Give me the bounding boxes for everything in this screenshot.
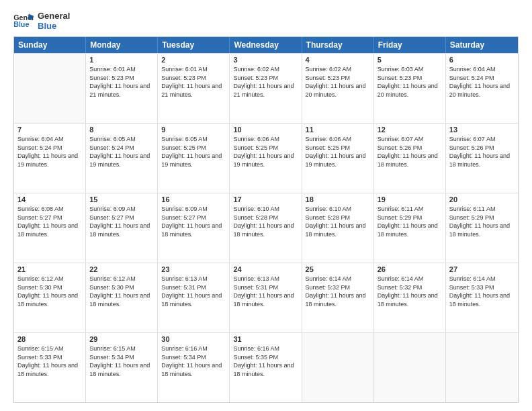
cell-info: Sunrise: 6:01 AMSunset: 5:23 PMDaylight:…	[161, 65, 226, 99]
cell-date: 17	[233, 195, 298, 203]
cell-info: Sunrise: 6:06 AMSunset: 5:25 PMDaylight:…	[233, 135, 298, 169]
calendar-cell-2: 2Sunrise: 6:01 AMSunset: 5:23 PMDaylight…	[158, 54, 230, 123]
cell-info: Sunrise: 6:09 AMSunset: 5:27 PMDaylight:…	[161, 205, 226, 238]
cell-info: Sunrise: 6:10 AMSunset: 5:28 PMDaylight:…	[306, 205, 370, 238]
cell-date: 1	[89, 56, 154, 64]
cell-date: 12	[378, 126, 442, 134]
cell-date: 23	[161, 265, 226, 273]
cell-info: Sunrise: 6:16 AMSunset: 5:34 PMDaylight:…	[161, 345, 226, 378]
cell-date: 4	[306, 56, 370, 64]
logo: General Blue General Blue	[13, 11, 70, 31]
calendar-cell-21: 21Sunrise: 6:12 AMSunset: 5:30 PMDayligh…	[14, 263, 86, 332]
cell-date: 30	[161, 335, 226, 343]
cell-date: 18	[306, 195, 370, 203]
cell-info: Sunrise: 6:10 AMSunset: 5:28 PMDaylight:…	[233, 205, 298, 238]
calendar-cell-9: 9Sunrise: 6:05 AMSunset: 5:25 PMDaylight…	[158, 124, 230, 193]
day-header-thursday: Thursday	[302, 37, 374, 53]
calendar-cell-4: 4Sunrise: 6:02 AMSunset: 5:23 PMDaylight…	[302, 54, 374, 123]
day-header-tuesday: Tuesday	[158, 37, 230, 53]
cell-info: Sunrise: 6:16 AMSunset: 5:35 PMDaylight:…	[233, 345, 298, 378]
cell-info: Sunrise: 6:04 AMSunset: 5:24 PMDaylight:…	[17, 135, 82, 169]
calendar-row-3: 21Sunrise: 6:12 AMSunset: 5:30 PMDayligh…	[14, 263, 518, 332]
calendar-cell-19: 19Sunrise: 6:11 AMSunset: 5:29 PMDayligh…	[374, 193, 446, 263]
cell-date: 27	[449, 265, 515, 273]
cell-info: Sunrise: 6:09 AMSunset: 5:27 PMDaylight:…	[89, 205, 154, 238]
cell-date: 3	[233, 56, 298, 64]
cell-date: 14	[17, 195, 82, 203]
calendar-row-4: 28Sunrise: 6:15 AMSunset: 5:33 PMDayligh…	[14, 332, 518, 402]
cell-date: 8	[89, 126, 154, 134]
calendar-cell-16: 16Sunrise: 6:09 AMSunset: 5:27 PMDayligh…	[158, 193, 230, 263]
calendar-cell-22: 22Sunrise: 6:12 AMSunset: 5:30 PMDayligh…	[86, 263, 158, 332]
cell-date: 9	[161, 126, 226, 134]
calendar-cell-empty	[14, 54, 86, 123]
cell-date: 22	[89, 265, 154, 273]
cell-info: Sunrise: 6:13 AMSunset: 5:31 PMDaylight:…	[161, 275, 226, 308]
calendar: SundayMondayTuesdayWednesdayThursdayFrid…	[13, 36, 519, 403]
calendar-cell-8: 8Sunrise: 6:05 AMSunset: 5:24 PMDaylight…	[86, 124, 158, 193]
calendar-cell-10: 10Sunrise: 6:06 AMSunset: 5:25 PMDayligh…	[230, 124, 302, 193]
cell-date: 7	[17, 126, 82, 134]
cell-info: Sunrise: 6:15 AMSunset: 5:34 PMDaylight:…	[89, 345, 154, 378]
calendar-cell-empty	[446, 333, 518, 402]
calendar-cell-6: 6Sunrise: 6:04 AMSunset: 5:24 PMDaylight…	[446, 54, 518, 123]
calendar-cell-26: 26Sunrise: 6:14 AMSunset: 5:32 PMDayligh…	[374, 263, 446, 332]
cell-info: Sunrise: 6:08 AMSunset: 5:27 PMDaylight:…	[17, 205, 82, 238]
day-header-wednesday: Wednesday	[230, 37, 302, 53]
calendar-row-2: 14Sunrise: 6:08 AMSunset: 5:27 PMDayligh…	[14, 193, 518, 263]
calendar-cell-12: 12Sunrise: 6:07 AMSunset: 5:26 PMDayligh…	[374, 124, 446, 193]
calendar-cell-13: 13Sunrise: 6:07 AMSunset: 5:26 PMDayligh…	[446, 124, 518, 193]
calendar-row-0: 1Sunrise: 6:01 AMSunset: 5:23 PMDaylight…	[14, 53, 518, 123]
cell-date: 26	[378, 265, 442, 273]
calendar-cell-empty	[302, 333, 374, 402]
calendar-cell-5: 5Sunrise: 6:03 AMSunset: 5:23 PMDaylight…	[374, 54, 446, 123]
cell-date: 19	[378, 195, 442, 203]
calendar-cell-3: 3Sunrise: 6:02 AMSunset: 5:23 PMDaylight…	[230, 54, 302, 123]
day-header-sunday: Sunday	[14, 37, 86, 53]
cell-date: 13	[449, 126, 515, 134]
cell-date: 21	[17, 265, 82, 273]
day-header-saturday: Saturday	[446, 37, 518, 53]
cell-info: Sunrise: 6:02 AMSunset: 5:23 PMDaylight:…	[233, 65, 298, 99]
calendar-cell-7: 7Sunrise: 6:04 AMSunset: 5:24 PMDaylight…	[14, 124, 86, 193]
calendar-cell-14: 14Sunrise: 6:08 AMSunset: 5:27 PMDayligh…	[14, 193, 86, 263]
calendar-cell-29: 29Sunrise: 6:15 AMSunset: 5:34 PMDayligh…	[86, 333, 158, 402]
cell-info: Sunrise: 6:13 AMSunset: 5:31 PMDaylight:…	[233, 275, 298, 308]
cell-date: 15	[89, 195, 154, 203]
cell-info: Sunrise: 6:02 AMSunset: 5:23 PMDaylight:…	[306, 65, 370, 99]
cell-info: Sunrise: 6:05 AMSunset: 5:24 PMDaylight:…	[89, 135, 154, 169]
cell-date: 31	[233, 335, 298, 343]
calendar-cell-20: 20Sunrise: 6:11 AMSunset: 5:29 PMDayligh…	[446, 193, 518, 263]
calendar-cell-31: 31Sunrise: 6:16 AMSunset: 5:35 PMDayligh…	[230, 333, 302, 402]
cell-info: Sunrise: 6:15 AMSunset: 5:33 PMDaylight:…	[17, 345, 82, 378]
cell-date: 2	[161, 56, 226, 64]
page-header: General Blue General Blue	[13, 11, 519, 31]
cell-date: 28	[17, 335, 82, 343]
cell-date: 10	[233, 126, 298, 134]
cell-date: 29	[89, 335, 154, 343]
calendar-cell-18: 18Sunrise: 6:10 AMSunset: 5:28 PMDayligh…	[302, 193, 374, 263]
calendar-body: 1Sunrise: 6:01 AMSunset: 5:23 PMDaylight…	[14, 53, 518, 402]
cell-date: 20	[449, 195, 515, 203]
cell-info: Sunrise: 6:06 AMSunset: 5:25 PMDaylight:…	[306, 135, 370, 169]
cell-info: Sunrise: 6:03 AMSunset: 5:23 PMDaylight:…	[378, 65, 442, 99]
calendar-cell-1: 1Sunrise: 6:01 AMSunset: 5:23 PMDaylight…	[86, 54, 158, 123]
calendar-cell-24: 24Sunrise: 6:13 AMSunset: 5:31 PMDayligh…	[230, 263, 302, 332]
cell-date: 11	[306, 126, 370, 134]
calendar-header: SundayMondayTuesdayWednesdayThursdayFrid…	[14, 37, 518, 53]
cell-info: Sunrise: 6:11 AMSunset: 5:29 PMDaylight:…	[378, 205, 442, 238]
calendar-cell-17: 17Sunrise: 6:10 AMSunset: 5:28 PMDayligh…	[230, 193, 302, 263]
cell-info: Sunrise: 6:01 AMSunset: 5:23 PMDaylight:…	[89, 65, 154, 99]
calendar-cell-11: 11Sunrise: 6:06 AMSunset: 5:25 PMDayligh…	[302, 124, 374, 193]
calendar-cell-15: 15Sunrise: 6:09 AMSunset: 5:27 PMDayligh…	[86, 193, 158, 263]
cell-info: Sunrise: 6:14 AMSunset: 5:33 PMDaylight:…	[449, 275, 515, 308]
svg-text:Blue: Blue	[13, 20, 29, 28]
cell-date: 6	[449, 56, 515, 64]
calendar-cell-23: 23Sunrise: 6:13 AMSunset: 5:31 PMDayligh…	[158, 263, 230, 332]
logo-icon: General Blue	[13, 11, 34, 30]
calendar-cell-empty	[374, 333, 446, 402]
cell-date: 5	[378, 56, 442, 64]
calendar-cell-30: 30Sunrise: 6:16 AMSunset: 5:34 PMDayligh…	[158, 333, 230, 402]
cell-info: Sunrise: 6:11 AMSunset: 5:29 PMDaylight:…	[449, 205, 515, 238]
day-header-monday: Monday	[86, 37, 158, 53]
